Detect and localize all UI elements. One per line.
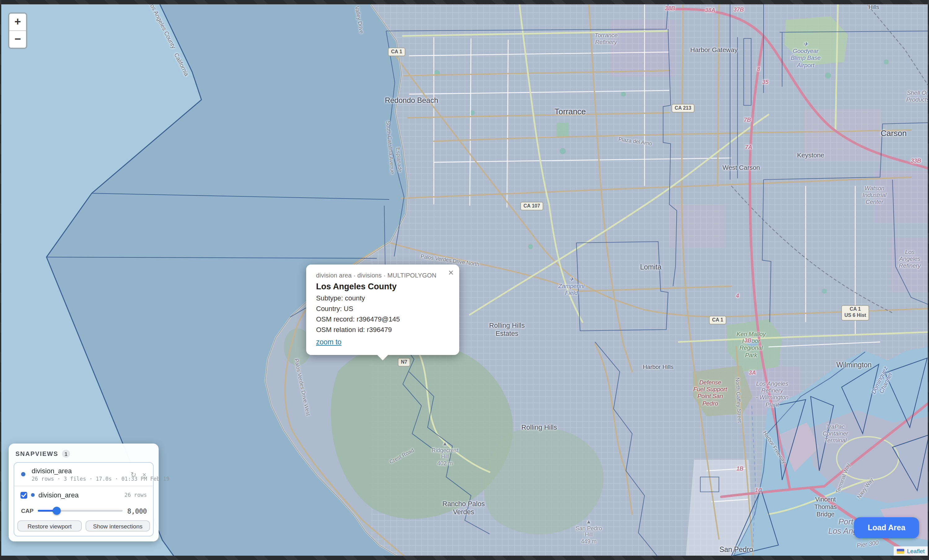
zoom-to-link[interactable]: zoom to — [316, 338, 342, 346]
popup-meta: division area · divisions · MULTIPOLYGON — [316, 272, 449, 279]
popup-field-osm-record: OSM record: r396479@145 — [316, 314, 449, 324]
restore-viewport-button[interactable]: Restore viewport — [17, 520, 82, 531]
cap-row: CAP 8,000 — [14, 503, 153, 519]
run-meta: 26 rows · 3 files · 17.0s · 01:33 PM Feb… — [32, 476, 147, 482]
remove-snapview-icon[interactable]: × — [142, 471, 146, 478]
layer-row: division_area 26 rows — [14, 486, 153, 503]
snapview-card: division_area 26 rows · 3 files · 17.0s … — [14, 462, 154, 537]
cap-label: CAP — [21, 507, 34, 514]
map-attribution: Leaflet — [894, 546, 928, 555]
cap-slider-thumb[interactable] — [53, 507, 61, 515]
window-frame-left — [0, 0, 1, 560]
popup-field-country: Country: US — [316, 303, 449, 314]
leaflet-attribution-link[interactable]: Leaflet — [907, 548, 924, 554]
window-frame-bottom — [0, 555, 929, 560]
feature-popup: × division area · divisions · MULTIPOLYG… — [306, 265, 459, 355]
popup-title: Los Angeles County — [316, 282, 449, 291]
load-area-button[interactable]: Load Area — [854, 517, 919, 538]
zoom-control: + − — [8, 12, 27, 49]
run-name: division_area — [32, 467, 147, 474]
window-frame-right — [928, 0, 929, 560]
checkmark-icon — [21, 492, 27, 498]
popup-close-icon[interactable]: × — [448, 268, 454, 277]
snapviews-panel: SNAPVIEWS 1 division_area 26 rows · 3 fi… — [9, 444, 159, 542]
layer-color-dot — [21, 472, 25, 476]
layer-color-dot — [31, 493, 35, 497]
card-actions: Restore viewport Show intersections — [14, 519, 153, 536]
snapview-run-row[interactable]: division_area 26 rows · 3 files · 17.0s … — [14, 463, 153, 486]
cap-slider[interactable] — [38, 507, 123, 515]
layer-row-count: 26 rows — [124, 492, 147, 498]
zoom-out-button[interactable]: − — [9, 31, 26, 48]
snapviews-count-badge: 1 — [62, 450, 70, 458]
layer-name: division_area — [38, 491, 121, 499]
snapviews-title: SNAPVIEWS — [15, 450, 58, 457]
refresh-icon[interactable]: ↻ — [131, 471, 136, 478]
zoom-in-button[interactable]: + — [9, 14, 26, 31]
window-frame-top — [0, 0, 929, 5]
layer-checkbox[interactable] — [20, 491, 27, 498]
show-intersections-button[interactable]: Show intersections — [86, 520, 150, 531]
popup-field-osm-relation: OSM relation id: r396479 — [316, 324, 449, 335]
app-window: Redondo BeachTorranceHarbor GatewayCarso… — [0, 0, 929, 560]
popup-field-subtype: Subtype: county — [316, 293, 449, 303]
cap-value: 8,000 — [127, 507, 147, 514]
ukraine-flag-icon — [897, 549, 904, 554]
